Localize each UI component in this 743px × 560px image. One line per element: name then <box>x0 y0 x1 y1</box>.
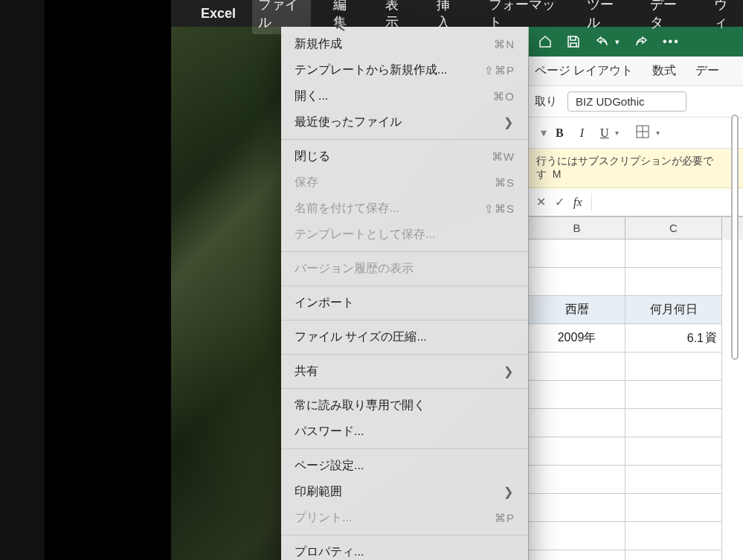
spreadsheet-grid: B C 西暦 何月何日 2009年 6.1資 <box>529 216 743 560</box>
menu-item-label: 名前を付けて保存... <box>295 201 399 216</box>
tab-page-layout[interactable]: ページ レイアウト <box>535 63 633 79</box>
cell[interactable] <box>625 550 722 560</box>
cell[interactable] <box>529 409 625 437</box>
paste-label-fragment: 取り <box>535 94 557 109</box>
cell[interactable] <box>625 437 722 466</box>
menu-item[interactable]: 最近使ったファイル❯ <box>281 109 528 135</box>
menu-separator <box>281 388 528 389</box>
menu-item[interactable]: 開く...⌘O <box>281 83 528 109</box>
menu-item[interactable]: テンプレートから新規作成...⇧⌘P <box>281 57 528 83</box>
menu-item-label: パスワード... <box>295 424 364 440</box>
header-cell-date[interactable]: 何月何日 <box>625 296 722 324</box>
menu-item: テンプレートとして保存... <box>281 222 528 248</box>
accept-icon[interactable]: ✓ <box>555 195 565 209</box>
menu-item-label: 常に読み取り専用で開く <box>295 398 425 413</box>
cell[interactable] <box>625 409 722 437</box>
menu-item[interactable]: 常に読み取り専用で開く <box>281 393 528 419</box>
menu-data[interactable]: データ <box>644 0 691 34</box>
cell[interactable] <box>529 494 625 522</box>
cell[interactable] <box>529 239 625 268</box>
cell-date[interactable]: 6.1資 <box>625 324 722 353</box>
cell[interactable] <box>625 494 722 522</box>
cell[interactable] <box>529 550 625 560</box>
file-menu-dropdown: 新規作成⌘Nテンプレートから新規作成...⇧⌘P開く...⌘O最近使ったファイル… <box>281 27 528 560</box>
menu-shortcut: ⇧⌘S <box>484 202 515 216</box>
undo-icon[interactable] <box>594 34 611 49</box>
menu-item[interactable]: パスワード... <box>281 419 528 445</box>
cell[interactable] <box>529 522 625 550</box>
cell[interactable] <box>625 381 722 409</box>
fx-label[interactable]: fx <box>573 196 582 209</box>
underline-button[interactable]: U <box>600 126 609 140</box>
menu-item: 保存⌘S <box>281 170 528 196</box>
menu-item-label: 保存 <box>295 175 318 190</box>
cell[interactable] <box>625 522 722 550</box>
menu-item-label: インポート <box>295 295 354 311</box>
app-name: Excel <box>201 6 236 22</box>
menu-item-label: プロパティ... <box>295 544 364 560</box>
ribbon-tabs: ページ レイアウト 数式 デー <box>529 57 743 86</box>
menu-separator <box>281 286 528 286</box>
menu-item[interactable]: 共有❯ <box>281 358 528 384</box>
bold-button[interactable]: B <box>556 126 564 140</box>
menu-item[interactable]: ページ設定... <box>281 453 528 479</box>
menu-item: 名前を付けて保存...⇧⌘S <box>281 196 528 222</box>
menu-window-trunc[interactable]: ウィ <box>708 0 743 34</box>
menu-item-label: ページ設定... <box>295 458 364 474</box>
menu-shortcut: ⌘N <box>494 38 515 51</box>
menu-shortcut: ⇧⌘P <box>484 64 515 77</box>
macos-menubar: Excel ファイル 編集 表示 挿入 フォーマット ツール データ ウィ <box>171 0 743 27</box>
border-dropdown-icon[interactable]: ▾ <box>656 129 660 137</box>
menu-item[interactable]: 印刷範囲❯ <box>281 479 528 505</box>
save-icon[interactable] <box>566 34 581 49</box>
formula-bar: ✕ ✓ fx <box>529 188 743 216</box>
col-header-c[interactable]: C <box>625 217 722 239</box>
cell[interactable] <box>529 353 625 381</box>
brush-dropdown-icon[interactable]: ▾ <box>541 126 547 140</box>
redo-icon[interactable] <box>633 34 649 49</box>
font-name-selector[interactable]: BIZ UDGothic <box>567 91 686 112</box>
tab-data-trunc[interactable]: デー <box>695 63 719 79</box>
cell[interactable] <box>529 437 625 466</box>
tab-formulas[interactable]: 数式 <box>652 63 676 79</box>
chevron-right-icon: ❯ <box>504 115 515 129</box>
subscription-banner[interactable]: 行うにはサブスクリプションが必要です M <box>529 149 743 188</box>
cell[interactable] <box>529 466 625 494</box>
menu-item[interactable]: プロパティ... <box>281 539 528 560</box>
border-icon[interactable] <box>635 124 650 142</box>
menu-item-label: 印刷範囲 <box>295 484 342 500</box>
cell[interactable] <box>625 466 722 494</box>
underline-dropdown-icon[interactable]: ▾ <box>615 129 619 137</box>
italic-button[interactable]: I <box>580 126 584 140</box>
menu-item[interactable]: ファイル サイズの圧縮... <box>281 324 528 350</box>
menu-separator <box>281 354 528 355</box>
menu-item-label: プリント... <box>295 510 352 526</box>
more-icon[interactable]: ••• <box>663 35 680 48</box>
menu-shortcut: ⌘W <box>492 150 515 164</box>
menu-item-label: ファイル サイズの圧縮... <box>295 329 427 345</box>
cell[interactable] <box>625 268 722 296</box>
menu-separator <box>281 320 528 321</box>
cancel-icon[interactable]: ✕ <box>536 195 546 209</box>
col-header-b[interactable]: B <box>529 217 625 239</box>
undo-dropdown-icon[interactable]: ▾ <box>615 37 620 47</box>
menu-shortcut: ⌘P <box>495 512 515 525</box>
menu-item-label: 最近使ったファイル <box>295 115 402 130</box>
menu-item: プリント...⌘P <box>281 505 528 531</box>
cell[interactable] <box>625 239 722 268</box>
format-row: ▾ B I U ▾ ▾ <box>529 118 743 149</box>
cell[interactable] <box>529 268 625 296</box>
cell-year[interactable]: 2009年 <box>529 324 625 353</box>
menu-item[interactable]: 新規作成⌘N <box>281 31 528 57</box>
menu-item-label: 閉じる <box>295 149 330 164</box>
cell[interactable] <box>529 381 625 409</box>
header-cell-seireki[interactable]: 西暦 <box>529 296 625 324</box>
menu-item[interactable]: インポート <box>281 290 528 316</box>
cell[interactable] <box>625 353 722 381</box>
menu-separator <box>281 251 528 252</box>
home-icon[interactable] <box>538 34 553 49</box>
menu-separator <box>281 139 528 140</box>
menu-separator <box>281 448 528 449</box>
menu-tools[interactable]: ツール <box>581 0 628 34</box>
menu-item[interactable]: 閉じる⌘W <box>281 144 528 170</box>
